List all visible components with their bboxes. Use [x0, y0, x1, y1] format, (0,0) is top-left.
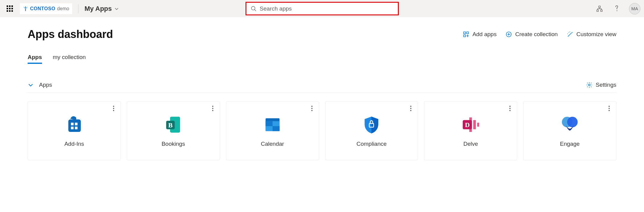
svg-point-17 — [588, 84, 590, 86]
section-collapse-toggle[interactable] — [28, 82, 34, 88]
svg-point-15 — [567, 33, 568, 34]
card-label: Bookings — [162, 141, 185, 147]
org-logo[interactable]: CONTOSO demo — [20, 3, 72, 14]
card-label: Add-Ins — [64, 141, 84, 147]
svg-rect-28 — [265, 121, 272, 126]
calendar-icon — [262, 114, 283, 135]
search-container — [246, 2, 399, 15]
svg-rect-19 — [75, 123, 78, 125]
search-box[interactable] — [246, 2, 399, 15]
org-structure-button[interactable] — [594, 3, 605, 14]
card-more-button[interactable] — [110, 104, 118, 112]
card-more-button[interactable] — [605, 104, 613, 112]
tab-apps[interactable]: Apps — [28, 54, 42, 64]
svg-rect-4 — [601, 10, 603, 11]
header-right: MA — [594, 3, 640, 14]
customize-view-button[interactable]: Customize view — [567, 31, 616, 38]
create-collection-button[interactable]: Create collection — [505, 31, 558, 38]
card-label: Calendar — [261, 141, 284, 147]
section-settings-button[interactable]: Settings — [586, 82, 616, 88]
svg-rect-3 — [597, 10, 599, 11]
bookings-icon: B — [163, 114, 184, 135]
svg-rect-33 — [477, 123, 479, 126]
card-label: Delve — [463, 141, 478, 147]
app-card-engage[interactable]: Engage — [523, 101, 616, 160]
avatar[interactable]: MA — [629, 3, 640, 14]
search-input[interactable] — [260, 5, 393, 12]
help-icon — [614, 5, 620, 13]
section-left: Apps — [28, 82, 52, 88]
svg-rect-7 — [464, 35, 465, 37]
tabs: Apps my collection — [28, 54, 616, 64]
page-heading-row: Apps dashboard Add apps Create col — [28, 28, 616, 41]
card-more-button[interactable] — [407, 104, 415, 112]
page-actions: Add apps Create collection Custo — [463, 31, 616, 38]
tab-label: my collection — [53, 54, 86, 60]
add-apps-button[interactable]: Add apps — [463, 31, 496, 38]
add-apps-icon — [463, 31, 469, 38]
more-icon — [311, 106, 313, 111]
delve-icon: D — [460, 114, 481, 135]
svg-text:D: D — [465, 121, 470, 129]
waffle-icon — [7, 5, 13, 12]
card-more-button[interactable] — [506, 104, 514, 112]
svg-rect-8 — [467, 32, 469, 34]
avatar-initials: MA — [631, 6, 638, 11]
svg-point-37 — [567, 117, 578, 127]
search-icon — [251, 5, 257, 12]
app-card-addins[interactable]: Add-Ins — [28, 101, 121, 160]
create-collection-icon — [505, 31, 512, 38]
svg-point-14 — [568, 32, 569, 33]
svg-point-5 — [617, 10, 618, 11]
app-card-calendar[interactable]: Calendar — [226, 101, 319, 160]
header-divider — [78, 4, 78, 13]
customize-view-label: Customize view — [576, 31, 616, 38]
svg-rect-20 — [71, 127, 74, 129]
main-content: Apps dashboard Add apps Create col — [0, 17, 644, 160]
chevron-down-icon — [114, 6, 119, 11]
app-card-bookings[interactable]: B Bookings — [127, 101, 220, 160]
org-suffix-text: demo — [57, 6, 69, 11]
svg-rect-6 — [464, 32, 465, 34]
gear-icon — [586, 82, 593, 88]
app-title-dropdown[interactable]: My Apps — [84, 5, 119, 13]
section-head: Apps Settings — [28, 82, 616, 92]
svg-point-16 — [569, 32, 570, 32]
more-icon — [609, 106, 610, 111]
svg-point-0 — [251, 6, 255, 10]
more-icon — [410, 106, 411, 111]
svg-rect-18 — [71, 123, 74, 125]
app-launcher-button[interactable] — [4, 3, 16, 15]
add-apps-label: Add apps — [472, 31, 496, 38]
card-label: Compliance — [356, 141, 386, 147]
tab-my-collection[interactable]: my collection — [53, 54, 86, 64]
app-card-compliance[interactable]: Compliance — [325, 101, 418, 160]
app-title-text: My Apps — [84, 5, 112, 13]
org-structure-icon — [596, 5, 603, 12]
card-label: Engage — [560, 141, 580, 147]
customize-view-icon — [567, 31, 573, 38]
more-icon — [212, 106, 213, 111]
section-title: Apps — [39, 82, 52, 88]
section-divider — [28, 92, 616, 93]
engage-icon — [559, 114, 580, 135]
org-brand-text: CONTOSO — [30, 6, 55, 11]
settings-label: Settings — [596, 82, 616, 88]
header-bar: CONTOSO demo My Apps — [0, 0, 644, 17]
addins-icon — [64, 114, 85, 135]
svg-rect-21 — [75, 127, 78, 129]
more-icon — [509, 106, 511, 111]
svg-rect-32 — [473, 120, 476, 129]
card-more-button[interactable] — [209, 104, 217, 112]
svg-rect-29 — [273, 126, 279, 131]
card-more-button[interactable] — [308, 104, 316, 112]
more-icon — [113, 106, 114, 111]
svg-line-1 — [254, 9, 256, 11]
help-button[interactable] — [612, 3, 622, 14]
app-cards: Add-Ins B Bookings — [28, 101, 616, 160]
compliance-icon — [361, 114, 382, 135]
svg-text:B: B — [168, 122, 173, 129]
apps-section: Apps Settings — [28, 82, 616, 160]
contoso-logo-icon — [23, 6, 28, 11]
app-card-delve[interactable]: D Delve — [424, 101, 517, 160]
